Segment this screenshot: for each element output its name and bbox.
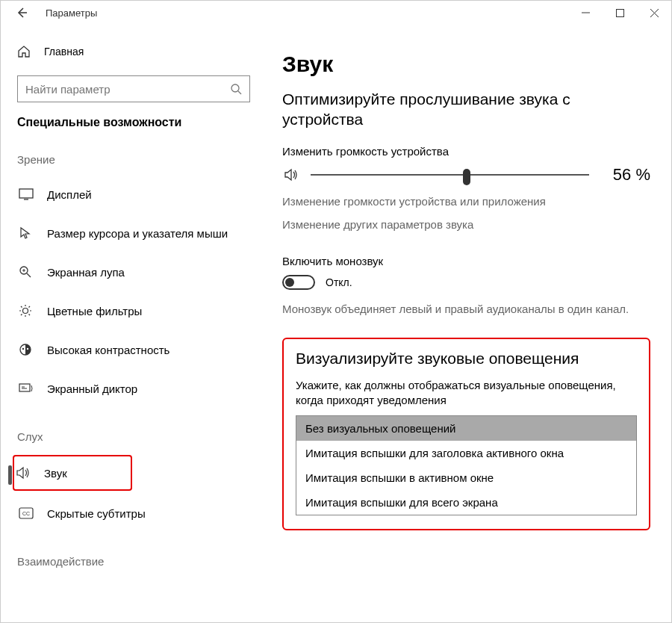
dropdown-option[interactable]: Имитация вспышки для заголовка активного…: [296, 441, 636, 465]
window-controls: [568, 1, 671, 25]
search-icon: [230, 83, 242, 95]
mono-toggle-row: Откл.: [282, 275, 650, 290]
svg-point-12: [23, 309, 28, 314]
sidebar-item-label: Экранный диктор: [47, 382, 137, 395]
mono-state: Откл.: [326, 276, 352, 288]
back-button[interactable]: [11, 2, 32, 23]
sidebar-item-label: Звук: [44, 467, 67, 480]
display-icon: [19, 188, 35, 200]
speaker-icon: [16, 466, 32, 480]
sidebar-item-label: Дисплей: [47, 188, 92, 201]
window-title: Параметры: [46, 7, 97, 19]
sidebar-item-display[interactable]: Дисплей: [17, 178, 254, 211]
svg-point-4: [231, 84, 239, 92]
speaker-icon: [282, 167, 302, 182]
mono-toggle[interactable]: [282, 275, 315, 290]
sidebar-item-label: Размер курсора и указателя мыши: [47, 227, 228, 240]
mono-description: Монозвук объединяет левый и правый аудио…: [282, 302, 650, 317]
svg-point-23: [27, 348, 28, 350]
search-placeholder: Найти параметр: [25, 83, 111, 96]
link-other-sound[interactable]: Изменение других параметров звука: [282, 218, 650, 231]
contrast-icon: [19, 343, 35, 356]
section-optimize: Оптимизируйте прослушивание звука с устр…: [282, 89, 650, 130]
sidebar-item-label: Цветные фильтры: [47, 305, 142, 317]
sidebar-item-label: Высокая контрастность: [47, 344, 169, 356]
svg-rect-24: [19, 384, 30, 391]
svg-line-19: [21, 314, 22, 316]
svg-line-9: [27, 273, 31, 277]
svg-rect-1: [616, 9, 623, 16]
volume-slider[interactable]: [311, 167, 589, 182]
main-content: Звук Оптимизируйте прослушивание звука с…: [266, 25, 671, 623]
sidebar-item-label: Экранная лупа: [47, 266, 125, 279]
svg-point-22: [22, 348, 24, 350]
toggle-knob: [285, 278, 294, 287]
title-bar: Параметры: [1, 1, 671, 25]
link-app-volume[interactable]: Изменение громкости устройства или прило…: [282, 195, 650, 208]
home-icon: [17, 45, 32, 58]
dropdown-option[interactable]: Имитация вспышки в активном окне: [296, 465, 636, 490]
volume-row: 56 %: [282, 165, 650, 185]
captions-icon: CC: [19, 507, 35, 519]
minimize-button[interactable]: [568, 1, 603, 25]
visual-dropdown[interactable]: Без визуальных оповещений Имитация вспыш…: [296, 415, 637, 515]
visual-alerts-section: Визуализируйте звуковые оповещения Укажи…: [282, 338, 650, 531]
cursor-icon: [19, 226, 35, 240]
group-interaction: Взаимодействие: [17, 555, 254, 568]
svg-rect-6: [19, 189, 33, 198]
sidebar-item-label: Скрытые субтитры: [47, 507, 146, 520]
svg-line-5: [238, 91, 241, 94]
brightness-icon: [19, 304, 35, 317]
sidebar-item-magnifier[interactable]: Экранная лупа: [17, 255, 254, 288]
visual-heading: Визуализируйте звуковые оповещения: [296, 350, 637, 368]
home-link[interactable]: Главная: [17, 38, 254, 65]
page-title: Звук: [282, 52, 650, 77]
svg-line-18: [29, 314, 31, 316]
search-input[interactable]: Найти параметр: [17, 75, 250, 102]
category-title: Специальные возможности: [17, 116, 254, 129]
dropdown-option-selected[interactable]: Без визуальных оповещений: [296, 416, 636, 441]
maximize-button[interactable]: [603, 1, 637, 25]
group-vision: Зрение: [17, 153, 254, 166]
mono-label: Включить монозвук: [282, 255, 650, 267]
sidebar-item-captions[interactable]: CC Скрытые субтитры: [17, 497, 254, 530]
sidebar: Главная Найти параметр Специальные возмо…: [1, 25, 266, 623]
svg-line-20: [29, 306, 31, 308]
magnifier-icon: [19, 265, 35, 279]
volume-label: Изменить громкость устройства: [282, 145, 650, 158]
sidebar-item-narrator[interactable]: Экранный диктор: [17, 372, 254, 405]
visual-description: Укажите, как должны отображаться визуаль…: [296, 378, 637, 409]
dropdown-option[interactable]: Имитация вспышки для всего экрана: [296, 490, 636, 515]
slider-thumb[interactable]: [463, 169, 470, 185]
sidebar-item-cursor[interactable]: Размер курсора и указателя мыши: [17, 217, 254, 249]
sidebar-item-high-contrast[interactable]: Высокая контрастность: [17, 333, 254, 366]
home-label: Главная: [44, 46, 84, 58]
slider-track: [311, 174, 589, 176]
close-button[interactable]: [637, 1, 671, 25]
volume-value: 56 %: [598, 165, 650, 185]
group-hearing: Слух: [17, 430, 254, 443]
sidebar-item-audio[interactable]: Звук: [13, 455, 132, 491]
narrator-icon: [19, 382, 35, 395]
sidebar-item-color-filters[interactable]: Цветные фильтры: [17, 294, 254, 327]
svg-text:CC: CC: [22, 511, 30, 516]
svg-line-17: [21, 306, 22, 308]
